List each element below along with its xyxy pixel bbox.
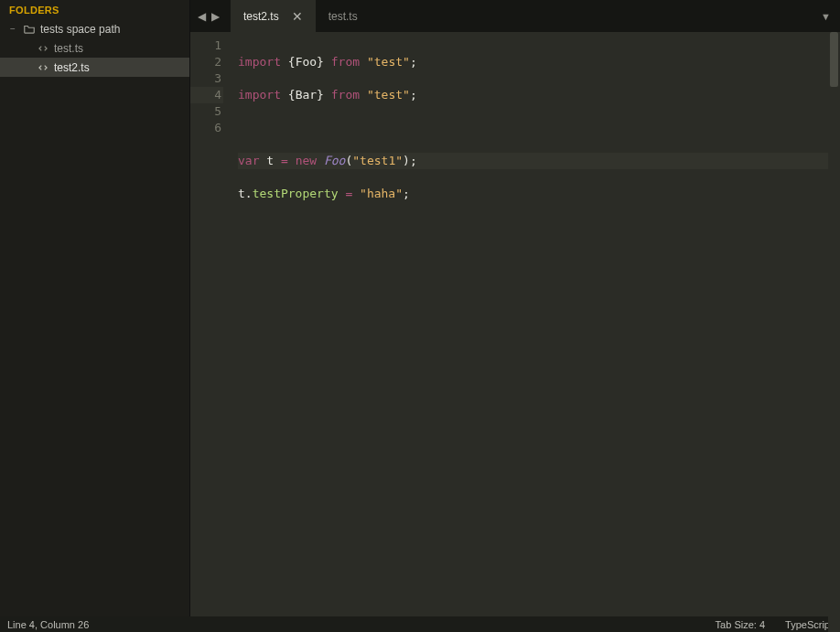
- code-line[interactable]: [238, 120, 840, 136]
- status-language[interactable]: TypeScript: [785, 619, 833, 630]
- tab-overflow-button[interactable]: ▼: [812, 0, 840, 32]
- folder-tree: − tests space path test.ts te: [0, 19, 189, 77]
- editor-body[interactable]: 1 2 3 4 5 6 import {Foo} from "test"; im…: [190, 32, 840, 616]
- line-number: 6: [190, 120, 223, 136]
- gutter: 1 2 3 4 5 6: [190, 37, 232, 616]
- sidebar: FOLDERS − tests space path test.ts: [0, 0, 190, 616]
- line-number: 2: [190, 54, 223, 70]
- tab-bar: ◀ ▶ test2.ts ✕ test.ts ✕ ▼: [190, 0, 840, 32]
- tree-folder-label: tests space path: [40, 23, 120, 36]
- tree-file[interactable]: test2.ts: [0, 58, 189, 77]
- status-tab-size[interactable]: Tab Size: 4: [716, 619, 765, 630]
- sidebar-header: FOLDERS: [0, 0, 189, 19]
- disclosure-icon[interactable]: −: [7, 24, 18, 35]
- tree-file-label: test.ts: [54, 42, 83, 55]
- line-number: 4: [190, 87, 223, 103]
- code-line[interactable]: import {Foo} from "test";: [238, 54, 840, 70]
- tab-prev-icon[interactable]: ◀: [198, 11, 206, 22]
- code-line[interactable]: import {Bar} from "test";: [238, 87, 840, 103]
- folder-open-icon: [23, 23, 36, 36]
- status-bar: Line 4, Column 26 Tab Size: 4 TypeScript: [0, 616, 840, 632]
- code-file-icon: [37, 42, 49, 55]
- code-line[interactable]: t.testProperty = "haha";: [238, 186, 840, 202]
- scrollbar-thumb[interactable]: [830, 32, 838, 87]
- tab-nav: ◀ ▶: [190, 0, 231, 32]
- tree-file[interactable]: test.ts: [0, 38, 189, 58]
- tree-file-label: test2.ts: [54, 61, 90, 74]
- line-number: 5: [190, 103, 223, 120]
- tab[interactable]: test.ts ✕: [316, 0, 394, 32]
- editor: ◀ ▶ test2.ts ✕ test.ts ✕ ▼ 1 2 3: [190, 0, 840, 616]
- close-icon[interactable]: ✕: [292, 10, 303, 23]
- line-number: 3: [190, 70, 223, 87]
- tree-folder[interactable]: − tests space path: [0, 19, 189, 38]
- line-number: 1: [190, 37, 223, 54]
- status-cursor-pos[interactable]: Line 4, Column 26: [7, 619, 89, 630]
- code-file-icon: [37, 61, 49, 74]
- tab-label: test.ts: [328, 10, 358, 23]
- code-lines[interactable]: import {Foo} from "test"; import {Bar} f…: [232, 37, 840, 616]
- tab-active[interactable]: test2.ts ✕: [231, 0, 316, 32]
- code-line[interactable]: var t = new Foo("test1");: [238, 153, 840, 169]
- tab-next-icon[interactable]: ▶: [211, 11, 220, 22]
- code-line[interactable]: [238, 219, 840, 235]
- tab-label: test2.ts: [243, 10, 279, 23]
- vertical-scrollbar[interactable]: [828, 32, 840, 632]
